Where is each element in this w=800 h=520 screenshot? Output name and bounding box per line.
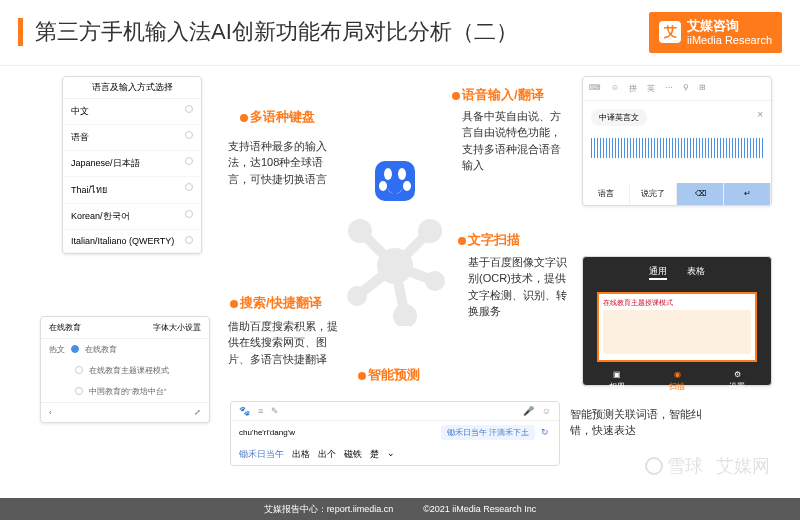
lang-row[interactable]: 中文 [63, 99, 201, 125]
copyright-text: ©2021 iiMedia Research Inc [423, 504, 536, 514]
feature-title-predict: 智能预测 [368, 366, 420, 384]
back-icon[interactable]: ‹ [49, 408, 52, 417]
suggestion-chip[interactable]: 锄禾日当午 汗滴禾下土 [441, 425, 535, 440]
voice-panel: ⌨ ☺ 拼 英 ⋯ ⚲ ⊞ 中译英言文 × 语言 说完了 ⌫ ↵ [582, 76, 772, 206]
accent-bar [18, 18, 23, 46]
logo-icon: 艾 [659, 21, 681, 43]
menu-icon[interactable]: ≡ [258, 406, 263, 416]
mic-icon[interactable]: ⋯ [665, 83, 673, 94]
action-button[interactable]: ⌫ [677, 183, 724, 205]
radio-icon[interactable] [75, 366, 83, 374]
ocr-panel: 通用 表格 在线教育主题授课模式 ▣相册 ◉扫描 ⚙设置 [582, 256, 772, 386]
brand-logo: 艾 艾媒咨询 iiMedia Research [649, 12, 782, 53]
baidu-mini-icon[interactable]: 🐾 [239, 406, 250, 416]
dot-icon [240, 114, 248, 122]
feature-desc-predict: 智能预测关联词语，智能纠错，快速表达 [570, 406, 720, 439]
header: 第三方手机输入法AI创新功能布局对比分析（二） 艾 艾媒咨询 iiMedia R… [0, 0, 800, 66]
lang-row[interactable]: Italian/Italiano (QWERTY) [63, 230, 201, 253]
ocr-capture-frame: 在线教育主题授课模式 [597, 292, 757, 362]
watermark: 雪球 艾媒网 [645, 454, 770, 478]
footer: 艾媒报告中心：report.iimedia.cn ©2021 iiMedia R… [0, 498, 800, 520]
scan-button[interactable]: ◉扫描 [669, 370, 685, 392]
refresh-icon[interactable]: ↻ [541, 427, 551, 437]
edit-icon[interactable]: ✎ [271, 406, 279, 416]
dot-icon [458, 237, 466, 245]
translation-mode-pill[interactable]: 中译英言文 [591, 109, 647, 126]
ime-candidate-bar: 🐾 ≡ ✎ 🎤 ☺ chu'he'ri'dang'w 锄禾日当午 汗滴禾下土 ↻… [230, 401, 560, 466]
feature-desc-search: 借助百度搜索积累，提供在线搜索网页、图片、多语言快捷翻译 [228, 318, 338, 368]
dot-icon [230, 300, 238, 308]
feature-title-multilang: 多语种键盘 [250, 108, 315, 126]
panel-header: 语言及输入方式选择 [63, 77, 201, 99]
feature-title-search: 搜索/快捷翻译 [240, 294, 322, 312]
candidate[interactable]: 磁铁 [344, 448, 362, 461]
scan-icon: ◉ [674, 370, 681, 379]
radio-icon[interactable] [71, 345, 79, 353]
pinyin-input: chu'he'ri'dang'w [239, 428, 435, 437]
lang-button[interactable]: 语言 [583, 183, 630, 205]
svg-point-4 [403, 181, 411, 191]
tab-pinyin[interactable]: 拼 [629, 83, 637, 94]
emoji-icon[interactable]: ☺ [542, 406, 551, 416]
ocr-tab-table[interactable]: 表格 [687, 265, 705, 280]
radio-icon[interactable] [75, 387, 83, 395]
baidu-logo-icon [370, 156, 420, 206]
feature-title-voice: 语音输入/翻译 [462, 86, 544, 104]
album-button[interactable]: ▣相册 [609, 370, 625, 392]
settings-button[interactable]: ⚙设置 [729, 370, 745, 392]
keyboard-icon[interactable]: ⌨ [589, 83, 601, 94]
more-icon[interactable]: ⊞ [699, 83, 706, 94]
search-panel: 在线教育字体大小设置 热文在线教育 在线教育主题课程模式 中国教育的"教培中台"… [40, 316, 210, 423]
search-icon[interactable]: ⚲ [683, 83, 689, 94]
voice-icon[interactable]: 🎤 [523, 406, 534, 416]
language-panel: 语言及输入方式选择 中文 语音 Japanese/日本語 Thai/ไทย Ko… [62, 76, 202, 254]
source-text: 艾媒报告中心：report.iimedia.cn [264, 503, 394, 516]
candidate[interactable]: 出格 [292, 448, 310, 461]
svg-point-3 [379, 181, 387, 191]
close-icon[interactable]: × [757, 109, 763, 120]
done-button[interactable]: 说完了 [630, 183, 677, 205]
action-button[interactable]: ↵ [724, 183, 771, 205]
expand-icon[interactable]: ⌄ [387, 448, 395, 461]
candidate[interactable]: 楚 [370, 448, 379, 461]
expand-icon[interactable]: ⤢ [194, 408, 201, 417]
candidate[interactable]: 锄禾日当午 [239, 448, 284, 461]
feature-desc-ocr: 基于百度图像文字识别(OCR)技术，提供文字检测、识别、转换服务 [468, 254, 568, 320]
dot-icon [452, 92, 460, 100]
lang-row[interactable]: 语音 [63, 125, 201, 151]
page-title: 第三方手机输入法AI创新功能布局对比分析（二） [35, 17, 649, 47]
svg-rect-0 [375, 161, 415, 201]
feature-desc-voice: 具备中英自由说、方言自由说特色功能，支持多语种混合语音输入 [462, 108, 562, 174]
candidate[interactable]: 出个 [318, 448, 336, 461]
svg-point-2 [398, 168, 406, 180]
feature-desc-multilang: 支持语种最多的输入法，达108种全球语言，可快捷切换语言 [228, 138, 338, 188]
lang-row[interactable]: Japanese/日本語 [63, 151, 201, 177]
dot-icon [358, 372, 366, 380]
tab-english[interactable]: 英 [647, 83, 655, 94]
ocr-tab-general[interactable]: 通用 [649, 265, 667, 280]
waveform [591, 138, 763, 158]
album-icon: ▣ [613, 370, 621, 379]
feature-title-ocr: 文字扫描 [468, 231, 520, 249]
lang-row[interactable]: Thai/ไทย [63, 177, 201, 204]
hub-graphic [345, 206, 445, 326]
emoji-icon[interactable]: ☺ [611, 83, 619, 94]
diagram-stage: 多语种键盘 支持语种最多的输入法，达108种全球语言，可快捷切换语言 语音输入/… [0, 66, 800, 506]
gear-icon: ⚙ [734, 370, 741, 379]
lang-row[interactable]: Korean/한국어 [63, 204, 201, 230]
svg-point-1 [384, 168, 392, 180]
